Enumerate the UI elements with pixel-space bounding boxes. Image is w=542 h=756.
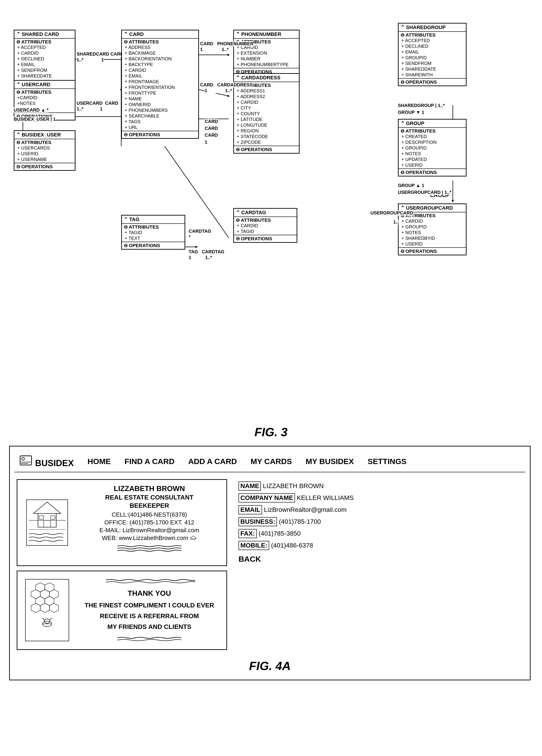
conn-card-address: CARD CARDADDRESS — [200, 82, 253, 88]
svg-marker-40 — [31, 603, 40, 612]
busidex-logo-icon — [19, 455, 33, 466]
back-text-area: THANK YOU THE FINEST COMPLIMENT I COULD … — [77, 576, 222, 645]
card-front-image — [24, 497, 70, 548]
conn-card-address-card3: CARD — [205, 133, 218, 138]
sharedgroup-mult: SHAREDGROUP | 1..* — [398, 103, 445, 108]
name-value: LIZZABETH BROWN — [263, 482, 324, 490]
svg-marker-31 — [190, 536, 196, 540]
back-card-image — [24, 578, 70, 642]
back-wavy-top — [104, 578, 195, 585]
group-down-label: GROUP ▼ 1 — [398, 110, 424, 115]
svg-point-20 — [22, 457, 24, 460]
svg-marker-18 — [452, 200, 454, 202]
nav-settings[interactable]: SETTINGS — [368, 457, 406, 466]
card-front-info: LIZZABETH BROWN REAL ESTATE CONSULTANT B… — [77, 484, 222, 561]
svg-marker-13 — [195, 246, 198, 248]
back-image-area — [22, 576, 72, 645]
mobile-label: MOBILE: — [238, 541, 269, 550]
uml-busidex-user: ⌃ BUSIDEX_USER ⊖ATTRIBUTES + USERCARDS +… — [14, 130, 75, 171]
svg-rect-27 — [44, 520, 51, 527]
fig3-label: FIG. 3 — [9, 425, 533, 439]
fig4a-label: FIG. 4A — [14, 657, 525, 675]
info-row-business: BUSINESS: (401)785-1700 — [238, 517, 521, 526]
info-row-mobile: MOBILE: (401)486-6378 — [238, 541, 521, 550]
svg-marker-34 — [45, 583, 54, 592]
svg-marker-37 — [49, 590, 59, 599]
conn-card-address-card4: 1 — [205, 139, 207, 145]
svg-marker-8 — [227, 54, 230, 56]
svg-marker-33 — [36, 583, 45, 592]
home-icon-small — [190, 535, 197, 540]
back-button[interactable]: BACK — [238, 555, 521, 564]
back-message1: THE FINEST COMPLIMENT I COULD EVER — [77, 601, 222, 610]
card-title1: REAL ESTATE CONSULTANT — [77, 494, 222, 501]
info-row-name: NAME LIZZABETH BROWN — [238, 481, 521, 491]
nav-home[interactable]: HOME — [87, 457, 111, 466]
conn-card-address-card2: CARD — [205, 126, 218, 131]
name-label: NAME — [238, 481, 261, 491]
conn-usercard-label: USERCARD CARD — [77, 101, 118, 106]
card-email: E-MAIL: LizBrownRealtor@gmail.com — [77, 527, 222, 534]
conn-cardtag-mult: * — [189, 234, 190, 240]
shared-card-hat: ⌃ — [16, 31, 20, 37]
nav-find-card[interactable]: FIND A CARD — [124, 457, 174, 466]
email-value: LizBrownRealtor@gmail.com — [264, 506, 347, 513]
card-person-name: LIZZABETH BROWN — [77, 484, 222, 493]
fax-value: (401)785-3850 — [258, 530, 301, 537]
card-title2: BEEKEEPER — [77, 502, 222, 509]
business-label: BUSINESS: — [238, 517, 277, 526]
nav-bar: BUSIDEX HOME FIND A CARD ADD A CARD MY C… — [14, 451, 525, 472]
front-wavy-decoration — [115, 544, 184, 553]
back-thank-you: THANK YOU — [77, 589, 222, 598]
company-label: COMPANY NAME — [238, 493, 295, 502]
fax-label: FAX: — [238, 529, 257, 538]
cards-display: LIZZABETH BROWN REAL ESTATE CONSULTANT B… — [14, 477, 525, 652]
svg-marker-10 — [227, 95, 230, 97]
card-front-area: LIZZABETH BROWN REAL ESTATE CONSULTANT B… — [17, 479, 227, 650]
conn-card-phone-mult: 1 1..* — [200, 47, 229, 52]
fig4a-container: BUSIDEX HOME FIND A CARD ADD A CARD MY C… — [9, 446, 531, 680]
uml-group: ⌃ GROUP ⊖ATTRIBUTES + CREATED + DESCRIPT… — [398, 119, 467, 176]
uml-card: ⌃ CARD ⊖ATTRIBUTES + ADDRESS + BACKIMAGE… — [121, 30, 199, 139]
conn-card-address-card: CARD — [205, 119, 218, 124]
info-row-company: COMPANY NAME KELLER WILLIAMS — [238, 493, 521, 502]
conn-cardtag-label: CARDTAG — [189, 229, 211, 234]
svg-marker-42 — [49, 603, 59, 612]
group-up-label: GROUP ▲ 1 — [398, 183, 424, 188]
fig3-diagram: ⌃ SHARED CARD ⊖ATTRIBUTES + ACCEPTED + C… — [9, 9, 531, 416]
card-image-area — [22, 484, 72, 561]
usercard-label: USERCARD ▲ * — [14, 107, 48, 113]
back-wavy-bottom — [115, 636, 184, 642]
nav-my-cards[interactable]: MY CARDS — [250, 457, 292, 466]
conn-card-phone: CARD PHONENUMBER — [200, 41, 253, 46]
conn-sharedcard-mult: 1..* 1 — [77, 57, 104, 62]
svg-rect-23 — [27, 500, 68, 545]
uml-cardtag: ⌃ CARDTAG ⊖ATTRIBUTES + CARDID + TAGID ⊖… — [233, 208, 297, 243]
svg-rect-32 — [25, 579, 69, 641]
busidex-user-label-top: BUSIDEX_USER | 1 — [14, 117, 56, 122]
info-row-fax: FAX: (401)785-3850 — [238, 529, 521, 538]
svg-marker-41 — [40, 603, 49, 612]
back-message3: MY FRIENDS AND CLIENTS — [77, 622, 222, 631]
conn-tag-cardtag-mult: 1 1..* — [189, 255, 212, 260]
svg-marker-35 — [31, 590, 40, 599]
business-value: (401)785-1700 — [279, 518, 321, 525]
svg-marker-38 — [36, 596, 45, 606]
conn-card-address-mult1: 1 1..* — [205, 88, 232, 93]
usergroupcard-mult: USERGROUPCARD | 1..* — [398, 190, 451, 195]
svg-rect-29 — [51, 516, 55, 519]
nav-my-busidex[interactable]: MY BUSIDEX — [306, 457, 354, 466]
usergroupcard-nums: 1.. — [393, 219, 398, 225]
card-cell: CELL:(401)486-NEST(6378) — [77, 511, 222, 518]
conn-sharedcard-label: SHAREDCARD CARD — [77, 51, 124, 57]
card-office: OFFICE: (401)785-1700 EXT. 412 — [77, 519, 222, 526]
usergroupcard-side-label: USERGROUPCARD — [371, 210, 413, 216]
svg-marker-25 — [33, 502, 61, 513]
svg-marker-39 — [45, 596, 54, 606]
nav-add-card[interactable]: ADD A CARD — [188, 457, 237, 466]
mobile-value: (401)486-6378 — [271, 542, 313, 549]
email-label: EMAIL — [238, 505, 262, 514]
uml-usercard: ⌃ USERCARD ⊖ATTRIBUTES +CARDID +NOTES +U… — [14, 80, 75, 120]
info-row-email: EMAIL LizBrownRealtor@gmail.com — [238, 505, 521, 514]
uml-phonenumber: ⌃ PHONENUMBER ⊖ATTRIBUTES + CARDID + EXT… — [233, 30, 300, 76]
